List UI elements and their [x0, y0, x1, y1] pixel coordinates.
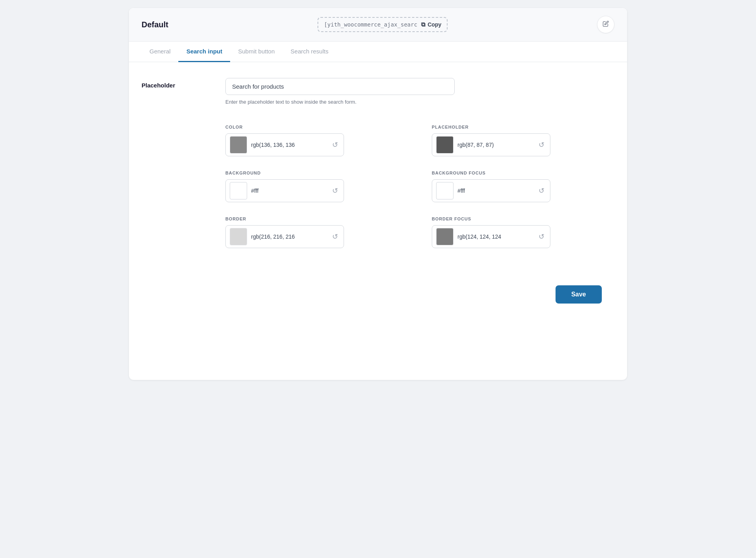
color-group-border-focus: BORDER FOCUS rgb(124, 124, 124 ↺ — [432, 216, 614, 248]
page-title: Default — [142, 20, 168, 29]
border-label: BORDER — [225, 216, 408, 221]
placeholder-hint: Enter the placeholder text to show insid… — [225, 99, 614, 105]
pencil-icon — [603, 21, 609, 28]
color-picker-border-focus[interactable]: rgb(124, 124, 124 ↺ — [432, 225, 550, 248]
color-swatch-border[interactable] — [230, 228, 247, 245]
placeholder-row: Placeholder Enter the placeholder text t… — [142, 78, 614, 105]
placeholder-color-label: PLACEHOLDER — [432, 125, 614, 129]
footer: Save — [142, 276, 614, 313]
color-grid: COLOR rgb(136, 136, 136 ↺ PLACEHOLDER rg… — [225, 121, 614, 252]
placeholder-label: Placeholder — [142, 78, 213, 89]
color-swatch-background-focus[interactable] — [436, 182, 454, 199]
color-value-border-focus: rgb(124, 124, 124 — [457, 233, 533, 240]
color-picker-background[interactable]: #fff ↺ — [225, 179, 344, 202]
color-swatch-placeholder[interactable] — [436, 136, 454, 154]
tab-general[interactable]: General — [142, 42, 178, 62]
tab-search-input[interactable]: Search input — [178, 42, 230, 62]
color-swatch-border-focus[interactable] — [436, 228, 454, 245]
shortcode-text: [yith_woocommerce_ajax_searc — [324, 21, 417, 28]
border-focus-label: BORDER FOCUS — [432, 216, 614, 221]
background-label: BACKGROUND — [225, 171, 408, 175]
edit-button[interactable] — [597, 16, 614, 33]
copy-button[interactable]: ⧉ Copy — [421, 21, 441, 28]
shortcode-box: [yith_woocommerce_ajax_searc ⧉ Copy — [318, 17, 448, 32]
color-group-background-focus: BACKGROUND FOCUS #fff ↺ — [432, 171, 614, 202]
reset-border-button[interactable]: ↺ — [331, 232, 340, 242]
color-value-background-focus: #fff — [457, 188, 533, 194]
color-swatch-background[interactable] — [230, 182, 247, 199]
color-label: COLOR — [225, 125, 408, 129]
reset-border-focus-button[interactable]: ↺ — [537, 232, 546, 242]
color-group-border: BORDER rgb(216, 216, 216 ↺ — [225, 216, 408, 248]
reset-color-button[interactable]: ↺ — [331, 140, 340, 150]
placeholder-inputs: Enter the placeholder text to show insid… — [225, 78, 614, 105]
main-card: Default [yith_woocommerce_ajax_searc ⧉ C… — [129, 8, 627, 380]
color-value-background: #fff — [251, 188, 327, 194]
color-picker-placeholder[interactable]: rgb(87, 87, 87) ↺ — [432, 133, 550, 156]
color-swatch-color[interactable] — [230, 136, 247, 154]
color-value-color: rgb(136, 136, 136 — [251, 142, 327, 148]
header: Default [yith_woocommerce_ajax_searc ⧉ C… — [129, 8, 627, 42]
reset-background-focus-button[interactable]: ↺ — [537, 186, 546, 196]
color-group-color: COLOR rgb(136, 136, 136 ↺ — [225, 125, 408, 156]
reset-background-button[interactable]: ↺ — [331, 186, 340, 196]
tabs-bar: General Search input Submit button Searc… — [129, 42, 627, 62]
color-value-border: rgb(216, 216, 216 — [251, 233, 327, 240]
color-picker-color[interactable]: rgb(136, 136, 136 ↺ — [225, 133, 344, 156]
background-focus-label: BACKGROUND FOCUS — [432, 171, 614, 175]
color-picker-background-focus[interactable]: #fff ↺ — [432, 179, 550, 202]
tab-submit-button[interactable]: Submit button — [230, 42, 283, 62]
reset-placeholder-button[interactable]: ↺ — [537, 140, 546, 150]
save-button[interactable]: Save — [556, 285, 602, 304]
placeholder-input[interactable] — [225, 78, 455, 95]
color-value-placeholder: rgb(87, 87, 87) — [457, 142, 533, 148]
color-picker-border[interactable]: rgb(216, 216, 216 ↺ — [225, 225, 344, 248]
tab-search-results[interactable]: Search results — [283, 42, 336, 62]
color-group-placeholder: PLACEHOLDER rgb(87, 87, 87) ↺ — [432, 125, 614, 156]
copy-icon: ⧉ — [421, 21, 425, 28]
content-area: Placeholder Enter the placeholder text t… — [129, 62, 627, 329]
color-group-background: BACKGROUND #fff ↺ — [225, 171, 408, 202]
